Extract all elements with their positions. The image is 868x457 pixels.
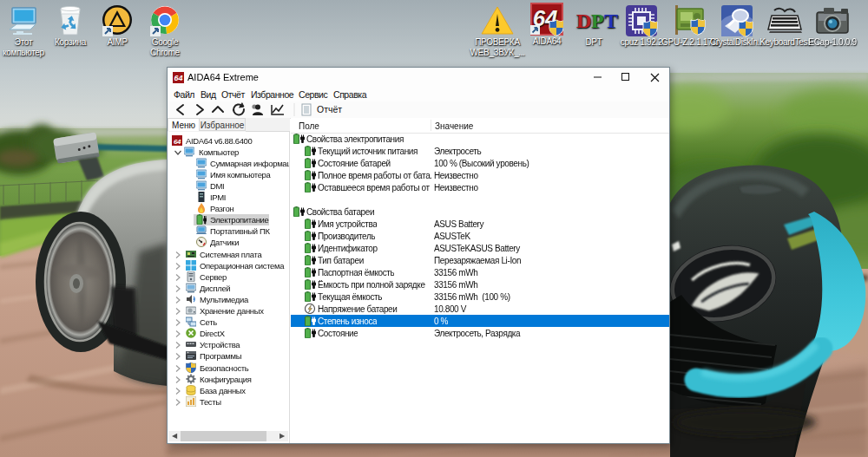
svg-text:P: P <box>591 10 603 32</box>
svg-text:Отчёт: Отчёт <box>317 104 342 114</box>
svg-text:D: D <box>576 10 591 32</box>
svg-text:64: 64 <box>174 137 181 145</box>
svg-text:64: 64 <box>174 74 182 82</box>
